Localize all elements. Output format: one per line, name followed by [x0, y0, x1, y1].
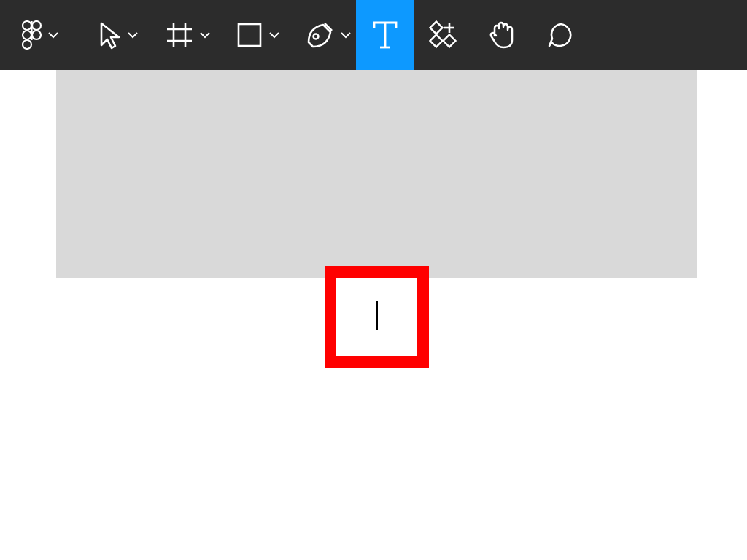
chevron-down-icon	[269, 31, 279, 39]
chevron-down-icon	[200, 31, 210, 39]
toolbar	[0, 0, 747, 70]
svg-rect-15	[430, 35, 443, 47]
chevron-down-icon	[341, 31, 351, 39]
comment-tool[interactable]	[531, 0, 589, 70]
text-input-cursor[interactable]	[376, 301, 378, 330]
svg-point-2	[23, 31, 31, 39]
hand-icon	[487, 20, 516, 50]
svg-point-1	[32, 21, 41, 30]
svg-point-0	[23, 21, 31, 30]
svg-rect-17	[430, 22, 443, 34]
pen-icon	[304, 20, 335, 50]
svg-point-3	[32, 31, 41, 39]
canvas-frame[interactable]	[56, 70, 697, 278]
frame-icon	[165, 20, 194, 50]
frame-tool[interactable]	[159, 0, 216, 70]
cursor-icon	[97, 20, 122, 50]
resources-icon	[429, 20, 458, 50]
chevron-down-icon	[128, 31, 138, 39]
svg-point-4	[23, 40, 31, 49]
canvas[interactable]	[0, 70, 747, 560]
svg-point-11	[314, 34, 319, 39]
chevron-down-icon	[48, 31, 58, 39]
figma-menu[interactable]	[13, 0, 67, 70]
svg-rect-16	[444, 35, 456, 47]
rectangle-icon	[236, 21, 263, 49]
text-icon	[371, 20, 399, 50]
shape-tool[interactable]	[229, 0, 286, 70]
comment-icon	[546, 20, 575, 50]
figma-icon	[22, 20, 42, 50]
text-tool[interactable]	[356, 0, 414, 70]
resources-tool[interactable]	[414, 0, 473, 70]
move-tool[interactable]	[89, 0, 146, 70]
hand-tool[interactable]	[473, 0, 531, 70]
pen-tool[interactable]	[299, 0, 356, 70]
svg-rect-10	[239, 24, 260, 46]
